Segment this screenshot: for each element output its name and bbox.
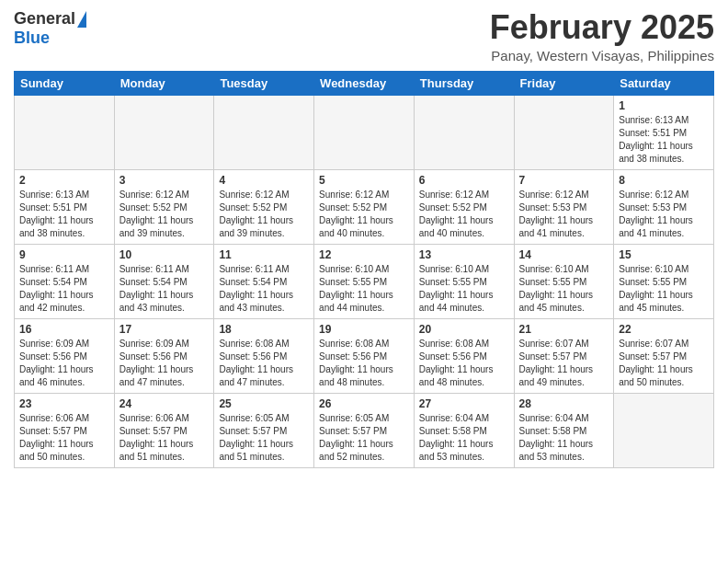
day-info: Sunrise: 6:12 AM Sunset: 5:53 PM Dayligh… bbox=[619, 189, 709, 240]
week-row-3: 16Sunrise: 6:09 AM Sunset: 5:56 PM Dayli… bbox=[15, 318, 714, 393]
day-info: Sunrise: 6:10 AM Sunset: 5:55 PM Dayligh… bbox=[619, 263, 709, 315]
calendar-cell: 14Sunrise: 6:10 AM Sunset: 5:55 PM Dayli… bbox=[514, 244, 614, 318]
calendar-cell: 26Sunrise: 6:05 AM Sunset: 5:57 PM Dayli… bbox=[314, 393, 415, 467]
calendar-cell: 25Sunrise: 6:05 AM Sunset: 5:57 PM Dayli… bbox=[214, 393, 314, 467]
day-number: 1 bbox=[619, 99, 709, 112]
calendar-cell bbox=[314, 95, 415, 169]
day-info: Sunrise: 6:08 AM Sunset: 5:56 PM Dayligh… bbox=[319, 338, 409, 389]
day-number: 20 bbox=[419, 323, 509, 336]
logo-icon bbox=[77, 11, 86, 28]
calendar-cell: 15Sunrise: 6:10 AM Sunset: 5:55 PM Dayli… bbox=[614, 244, 714, 318]
week-row-1: 2Sunrise: 6:13 AM Sunset: 5:51 PM Daylig… bbox=[15, 169, 714, 244]
day-number: 12 bbox=[319, 248, 409, 261]
day-info: Sunrise: 6:09 AM Sunset: 5:56 PM Dayligh… bbox=[19, 338, 109, 389]
calendar-cell: 3Sunrise: 6:12 AM Sunset: 5:52 PM Daylig… bbox=[114, 169, 214, 244]
day-info: Sunrise: 6:08 AM Sunset: 5:56 PM Dayligh… bbox=[419, 338, 509, 389]
day-number: 5 bbox=[319, 174, 409, 187]
calendar-cell: 23Sunrise: 6:06 AM Sunset: 5:57 PM Dayli… bbox=[15, 393, 115, 467]
day-number: 6 bbox=[419, 174, 509, 187]
day-info: Sunrise: 6:04 AM Sunset: 5:58 PM Dayligh… bbox=[419, 412, 509, 464]
day-info: Sunrise: 6:09 AM Sunset: 5:56 PM Dayligh… bbox=[119, 338, 210, 389]
day-info: Sunrise: 6:05 AM Sunset: 5:57 PM Dayligh… bbox=[319, 412, 409, 464]
location-title: Panay, Western Visayas, Philippines bbox=[490, 48, 714, 63]
calendar-cell: 1Sunrise: 6:13 AM Sunset: 5:51 PM Daylig… bbox=[614, 95, 714, 169]
calendar-cell: 6Sunrise: 6:12 AM Sunset: 5:52 PM Daylig… bbox=[414, 169, 514, 244]
day-number: 19 bbox=[319, 323, 409, 336]
calendar-cell: 10Sunrise: 6:11 AM Sunset: 5:54 PM Dayli… bbox=[114, 244, 214, 318]
calendar-cell: 28Sunrise: 6:04 AM Sunset: 5:58 PM Dayli… bbox=[514, 393, 614, 467]
calendar-cell: 13Sunrise: 6:10 AM Sunset: 5:55 PM Dayli… bbox=[414, 244, 514, 318]
week-row-4: 23Sunrise: 6:06 AM Sunset: 5:57 PM Dayli… bbox=[15, 393, 714, 467]
calendar-cell: 2Sunrise: 6:13 AM Sunset: 5:51 PM Daylig… bbox=[15, 169, 115, 244]
day-info: Sunrise: 6:13 AM Sunset: 5:51 PM Dayligh… bbox=[619, 114, 709, 166]
calendar-cell bbox=[15, 95, 115, 169]
week-row-2: 9Sunrise: 6:11 AM Sunset: 5:54 PM Daylig… bbox=[15, 244, 714, 318]
day-number: 22 bbox=[619, 323, 709, 336]
day-info: Sunrise: 6:06 AM Sunset: 5:57 PM Dayligh… bbox=[119, 412, 210, 464]
calendar-cell: 19Sunrise: 6:08 AM Sunset: 5:56 PM Dayli… bbox=[314, 318, 415, 393]
calendar-cell: 5Sunrise: 6:12 AM Sunset: 5:52 PM Daylig… bbox=[314, 169, 415, 244]
header-wednesday: Wednesday bbox=[314, 71, 415, 95]
month-title: February 2025 bbox=[490, 9, 714, 46]
day-number: 27 bbox=[419, 397, 509, 410]
calendar-cell: 18Sunrise: 6:08 AM Sunset: 5:56 PM Dayli… bbox=[214, 318, 314, 393]
calendar-cell bbox=[514, 95, 614, 169]
logo-blue: Blue bbox=[14, 29, 50, 48]
calendar-cell: 22Sunrise: 6:07 AM Sunset: 5:57 PM Dayli… bbox=[614, 318, 714, 393]
day-number: 23 bbox=[19, 397, 109, 410]
day-info: Sunrise: 6:10 AM Sunset: 5:55 PM Dayligh… bbox=[319, 263, 409, 315]
calendar-cell bbox=[214, 95, 314, 169]
day-number: 7 bbox=[519, 174, 609, 187]
header-monday: Monday bbox=[114, 71, 214, 95]
day-number: 8 bbox=[619, 174, 709, 187]
day-number: 3 bbox=[119, 174, 210, 187]
header-friday: Friday bbox=[514, 71, 614, 95]
day-number: 15 bbox=[619, 248, 709, 261]
day-info: Sunrise: 6:11 AM Sunset: 5:54 PM Dayligh… bbox=[19, 263, 109, 315]
day-number: 9 bbox=[19, 248, 109, 261]
day-number: 28 bbox=[519, 397, 609, 410]
day-number: 26 bbox=[319, 397, 409, 410]
header-thursday: Thursday bbox=[414, 71, 514, 95]
day-info: Sunrise: 6:12 AM Sunset: 5:52 PM Dayligh… bbox=[319, 189, 409, 240]
day-number: 13 bbox=[419, 248, 509, 261]
day-number: 10 bbox=[119, 248, 210, 261]
day-info: Sunrise: 6:12 AM Sunset: 5:53 PM Dayligh… bbox=[519, 189, 609, 240]
day-info: Sunrise: 6:12 AM Sunset: 5:52 PM Dayligh… bbox=[419, 189, 509, 240]
day-info: Sunrise: 6:08 AM Sunset: 5:56 PM Dayligh… bbox=[219, 338, 309, 389]
day-number: 24 bbox=[119, 397, 210, 410]
day-info: Sunrise: 6:10 AM Sunset: 5:55 PM Dayligh… bbox=[419, 263, 509, 315]
header: General Blue February 2025 Panay, Wester… bbox=[14, 9, 714, 63]
calendar-cell bbox=[614, 393, 714, 467]
day-number: 11 bbox=[219, 248, 309, 261]
calendar-cell: 11Sunrise: 6:11 AM Sunset: 5:54 PM Dayli… bbox=[214, 244, 314, 318]
day-number: 16 bbox=[19, 323, 109, 336]
day-info: Sunrise: 6:13 AM Sunset: 5:51 PM Dayligh… bbox=[19, 189, 109, 240]
day-info: Sunrise: 6:06 AM Sunset: 5:57 PM Dayligh… bbox=[19, 412, 109, 464]
day-info: Sunrise: 6:12 AM Sunset: 5:52 PM Dayligh… bbox=[119, 189, 210, 240]
day-info: Sunrise: 6:12 AM Sunset: 5:52 PM Dayligh… bbox=[219, 189, 309, 240]
calendar-cell: 20Sunrise: 6:08 AM Sunset: 5:56 PM Dayli… bbox=[414, 318, 514, 393]
calendar-cell: 12Sunrise: 6:10 AM Sunset: 5:55 PM Dayli… bbox=[314, 244, 415, 318]
header-tuesday: Tuesday bbox=[214, 71, 314, 95]
calendar-header-row: SundayMondayTuesdayWednesdayThursdayFrid… bbox=[15, 71, 714, 95]
day-info: Sunrise: 6:10 AM Sunset: 5:55 PM Dayligh… bbox=[519, 263, 609, 315]
calendar-cell bbox=[414, 95, 514, 169]
day-number: 2 bbox=[19, 174, 109, 187]
logo: General Blue bbox=[14, 9, 86, 48]
header-saturday: Saturday bbox=[614, 71, 714, 95]
week-row-0: 1Sunrise: 6:13 AM Sunset: 5:51 PM Daylig… bbox=[15, 95, 714, 169]
calendar-cell: 8Sunrise: 6:12 AM Sunset: 5:53 PM Daylig… bbox=[614, 169, 714, 244]
calendar-cell: 24Sunrise: 6:06 AM Sunset: 5:57 PM Dayli… bbox=[114, 393, 214, 467]
day-number: 18 bbox=[219, 323, 309, 336]
header-sunday: Sunday bbox=[15, 71, 115, 95]
calendar-cell: 9Sunrise: 6:11 AM Sunset: 5:54 PM Daylig… bbox=[15, 244, 115, 318]
day-number: 17 bbox=[119, 323, 210, 336]
calendar-cell: 21Sunrise: 6:07 AM Sunset: 5:57 PM Dayli… bbox=[514, 318, 614, 393]
calendar-cell: 4Sunrise: 6:12 AM Sunset: 5:52 PM Daylig… bbox=[214, 169, 314, 244]
day-info: Sunrise: 6:07 AM Sunset: 5:57 PM Dayligh… bbox=[619, 338, 709, 389]
day-info: Sunrise: 6:11 AM Sunset: 5:54 PM Dayligh… bbox=[119, 263, 210, 315]
calendar-cell: 27Sunrise: 6:04 AM Sunset: 5:58 PM Dayli… bbox=[414, 393, 514, 467]
day-info: Sunrise: 6:04 AM Sunset: 5:58 PM Dayligh… bbox=[519, 412, 609, 464]
calendar-cell: 7Sunrise: 6:12 AM Sunset: 5:53 PM Daylig… bbox=[514, 169, 614, 244]
